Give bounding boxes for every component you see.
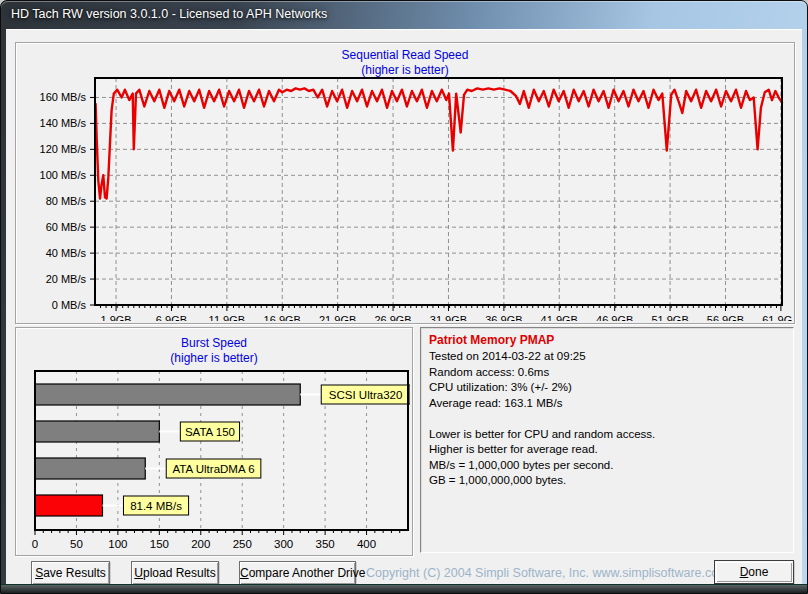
svg-text:21.9GB: 21.9GB — [319, 314, 356, 321]
drive-info-text: Tested on 2014-03-22 at 09:25Random acce… — [429, 349, 793, 489]
svg-text:1.9GB: 1.9GB — [100, 314, 131, 321]
info-line: Average read: 163.1 MB/s — [429, 396, 793, 412]
client-area: Sequential Read Speed (higher is better)… — [6, 29, 802, 586]
upload-results-button[interactable]: Upload Results — [131, 561, 219, 585]
info-line: Lower is better for CPU and random acces… — [429, 427, 793, 443]
burst-speed-title: Burst Speed (higher is better) — [16, 336, 412, 366]
window-titlebar[interactable]: HD Tach RW version 3.0.1.0 - Licensed to… — [1, 1, 807, 29]
svg-text:41.9GB: 41.9GB — [541, 314, 578, 321]
window-title: HD Tach RW version 3.0.1.0 - Licensed to… — [11, 7, 327, 21]
svg-text:26.9GB: 26.9GB — [374, 314, 411, 321]
sequential-read-title: Sequential Read Speed (higher is better) — [16, 48, 794, 78]
svg-text:ATA UltraDMA 6: ATA UltraDMA 6 — [173, 463, 255, 475]
chart-title-line1: Sequential Read Speed — [16, 48, 794, 63]
drive-name: Patriot Memory PMAP — [429, 333, 793, 347]
chart-title-line2: (higher is better) — [16, 351, 412, 366]
svg-text:61.9GB: 61.9GB — [762, 314, 792, 321]
svg-text:40 MB/s: 40 MB/s — [46, 247, 87, 259]
compare-another-drive-button[interactable]: Compare Another Drive — [239, 561, 356, 585]
info-line — [429, 411, 793, 427]
svg-text:80 MB/s: 80 MB/s — [46, 195, 87, 207]
svg-text:36.9GB: 36.9GB — [485, 314, 522, 321]
svg-text:250: 250 — [233, 538, 252, 550]
svg-text:51.9GB: 51.9GB — [651, 314, 688, 321]
svg-text:150: 150 — [150, 538, 169, 550]
done-button[interactable]: Done — [714, 560, 794, 584]
save-results-button[interactable]: Save Results — [31, 561, 110, 585]
svg-text:11.9GB: 11.9GB — [209, 314, 246, 321]
sequential-read-panel: Sequential Read Speed (higher is better)… — [15, 42, 795, 324]
drive-info-panel: Patriot Memory PMAP Tested on 2014-03-22… — [420, 327, 794, 553]
copyright-text: Copyright (C) 2004 Simpli Software, Inc.… — [366, 566, 702, 580]
burst-speed-panel: Burst Speed (higher is better) 050100150… — [15, 327, 413, 556]
svg-text:100 MB/s: 100 MB/s — [40, 169, 87, 181]
info-line: CPU utilization: 3% (+/- 2%) — [429, 380, 793, 396]
svg-text:100: 100 — [108, 538, 127, 550]
svg-text:16.9GB: 16.9GB — [264, 314, 301, 321]
svg-text:400: 400 — [357, 538, 376, 550]
app-window: HD Tach RW version 3.0.1.0 - Licensed to… — [0, 0, 808, 594]
window-bottom-border — [1, 584, 807, 593]
svg-text:350: 350 — [316, 538, 335, 550]
svg-text:200: 200 — [191, 538, 210, 550]
svg-text:140 MB/s: 140 MB/s — [40, 117, 87, 129]
svg-text:56.9GB: 56.9GB — [707, 314, 744, 321]
chart-title-line2: (higher is better) — [16, 63, 794, 78]
svg-text:120 MB/s: 120 MB/s — [40, 143, 87, 155]
info-line: Higher is better for average read. — [429, 442, 793, 458]
svg-text:60 MB/s: 60 MB/s — [46, 221, 87, 233]
screen: HD Tach RW version 3.0.1.0 - Licensed to… — [0, 0, 808, 594]
svg-text:SATA 150: SATA 150 — [185, 426, 235, 438]
svg-text:81.4 MB/s: 81.4 MB/s — [130, 500, 182, 512]
info-line: Random access: 0.6ms — [429, 365, 793, 381]
svg-text:46.9GB: 46.9GB — [596, 314, 633, 321]
svg-text:6.9GB: 6.9GB — [156, 314, 187, 321]
chart-title-line1: Burst Speed — [16, 336, 412, 351]
svg-text:300: 300 — [274, 538, 293, 550]
svg-text:20 MB/s: 20 MB/s — [46, 273, 87, 285]
svg-text:160 MB/s: 160 MB/s — [40, 91, 87, 103]
info-line: GB = 1,000,000,000 bytes. — [429, 473, 793, 489]
info-line: Tested on 2014-03-22 at 09:25 — [429, 349, 793, 365]
svg-text:0 MB/s: 0 MB/s — [52, 299, 87, 311]
svg-text:0: 0 — [32, 538, 38, 550]
sequential-read-chart: 0 MB/s20 MB/s40 MB/s60 MB/s80 MB/s100 MB… — [16, 43, 792, 321]
svg-text:50: 50 — [70, 538, 83, 550]
info-line: MB/s = 1,000,000 bytes per second. — [429, 458, 793, 474]
svg-text:SCSI Ultra320: SCSI Ultra320 — [329, 389, 403, 401]
svg-text:31.9GB: 31.9GB — [430, 314, 467, 321]
